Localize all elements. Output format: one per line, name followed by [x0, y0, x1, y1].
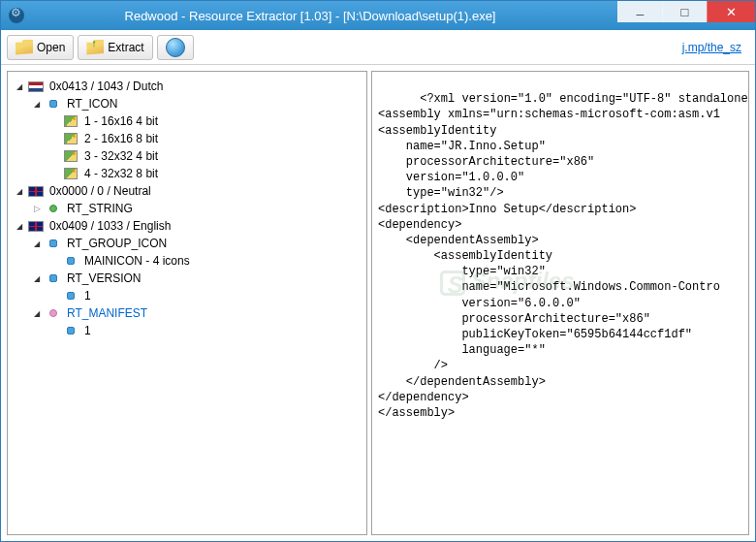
expander-expanded-icon[interactable]: [31, 98, 43, 110]
maximize-button[interactable]: [662, 1, 707, 22]
tree-label: MAINICON - 4 icons: [81, 253, 193, 269]
tree-row[interactable]: RT_STRING: [10, 200, 364, 217]
expander-expanded-icon[interactable]: [31, 272, 43, 284]
titlebar[interactable]: Redwood - Resource Extractor [1.03] - [N…: [1, 1, 755, 30]
tree-label: 3 - 32x32 4 bit: [81, 148, 161, 164]
expander-expanded-icon[interactable]: [31, 238, 43, 249]
toolbar: Open Extract j.mp/the_sz: [1, 30, 755, 65]
globe-icon: [166, 38, 185, 57]
dot-pink-icon: [46, 306, 61, 320]
tree-row[interactable]: 0x0409 / 1033 / English: [10, 217, 364, 235]
tree-label: RT_GROUP_ICON: [64, 236, 170, 251]
dot-blue-icon: [46, 237, 61, 250]
expander-expanded-icon[interactable]: [31, 307, 43, 319]
tree-label: 1 - 16x16 4 bit: [81, 113, 161, 129]
tree-label: 0x0409 / 1033 / English: [47, 218, 173, 234]
expander-expanded-icon[interactable]: [14, 80, 25, 92]
code-text: <?xml version="1.0" encoding="UTF-8" sta…: [378, 92, 749, 420]
folder-extract-icon: [86, 40, 104, 55]
expander-expanded-icon[interactable]: [14, 220, 25, 232]
resource-tree[interactable]: 0x0413 / 1043 / DutchRT_ICON1 - 16x16 4 …: [7, 71, 367, 535]
minimize-button[interactable]: [617, 1, 662, 22]
tree-row[interactable]: 3 - 32x32 4 bit: [10, 147, 364, 165]
tree-row[interactable]: RT_VERSION: [10, 270, 364, 287]
open-button[interactable]: Open: [7, 35, 74, 60]
tree-label: RT_VERSION: [64, 271, 143, 286]
tree-row[interactable]: 4 - 32x32 8 bit: [10, 165, 364, 182]
flag-uk-icon: [28, 219, 44, 233]
tree-label: RT_MANIFEST: [64, 305, 150, 321]
icon-img-icon: [63, 132, 79, 145]
close-button[interactable]: [707, 1, 755, 22]
tree-row[interactable]: 1 - 16x16 4 bit: [10, 112, 364, 130]
tree-row[interactable]: RT_ICON: [10, 95, 364, 112]
dot-blue-icon: [63, 254, 79, 268]
extract-button-label: Extract: [108, 41, 143, 54]
flag-nl-icon: [28, 80, 44, 93]
tree-label: 0x0000 / 0 / Neutral: [47, 183, 154, 199]
tree-row[interactable]: 1: [10, 322, 364, 339]
tree-row[interactable]: 2 - 16x16 8 bit: [10, 130, 364, 147]
tree-row[interactable]: 1: [10, 287, 364, 304]
expander-collapsed-icon[interactable]: [31, 203, 43, 214]
dot-blue-icon: [63, 289, 79, 303]
app-icon: [9, 8, 24, 23]
window-controls: [617, 1, 755, 30]
web-button[interactable]: [157, 35, 194, 60]
dot-blue-icon: [46, 271, 61, 285]
tree-label: RT_ICON: [64, 96, 120, 112]
tree-row[interactable]: 0x0000 / 0 / Neutral: [10, 182, 364, 200]
flag-uk-icon: [28, 184, 44, 198]
toolbar-link[interactable]: j.mp/the_sz: [682, 41, 741, 54]
tree-row[interactable]: RT_MANIFEST: [10, 304, 364, 322]
tree-row[interactable]: MAINICON - 4 icons: [10, 252, 364, 270]
code-viewer[interactable]: <?xml version="1.0" encoding="UTF-8" sta…: [371, 71, 749, 535]
tree-label: 2 - 16x16 8 bit: [81, 131, 161, 146]
app-window: Redwood - Resource Extractor [1.03] - [N…: [0, 0, 756, 542]
folder-open-icon: [16, 40, 33, 55]
open-button-label: Open: [37, 41, 65, 54]
tree-row[interactable]: RT_GROUP_ICON: [10, 235, 364, 252]
tree-label: RT_STRING: [64, 201, 136, 216]
tree-label: 1: [81, 288, 94, 303]
window-title: Redwood - Resource Extractor [1.03] - [N…: [32, 9, 617, 23]
tree-label: 1: [81, 323, 94, 338]
icon-img-icon: [63, 114, 79, 128]
icon-img-icon: [63, 149, 79, 163]
tree-label: 0x0413 / 1043 / Dutch: [47, 79, 166, 94]
dot-blue-icon: [46, 97, 61, 111]
tree-label: 4 - 32x32 8 bit: [81, 166, 161, 181]
content-area: 0x0413 / 1043 / DutchRT_ICON1 - 16x16 4 …: [1, 65, 755, 541]
extract-button[interactable]: Extract: [78, 35, 152, 60]
dot-green-icon: [46, 202, 61, 215]
expander-expanded-icon[interactable]: [14, 185, 25, 197]
icon-img-icon: [63, 167, 79, 180]
dot-blue-icon: [63, 324, 79, 337]
tree-row[interactable]: 0x0413 / 1043 / Dutch: [10, 78, 364, 95]
